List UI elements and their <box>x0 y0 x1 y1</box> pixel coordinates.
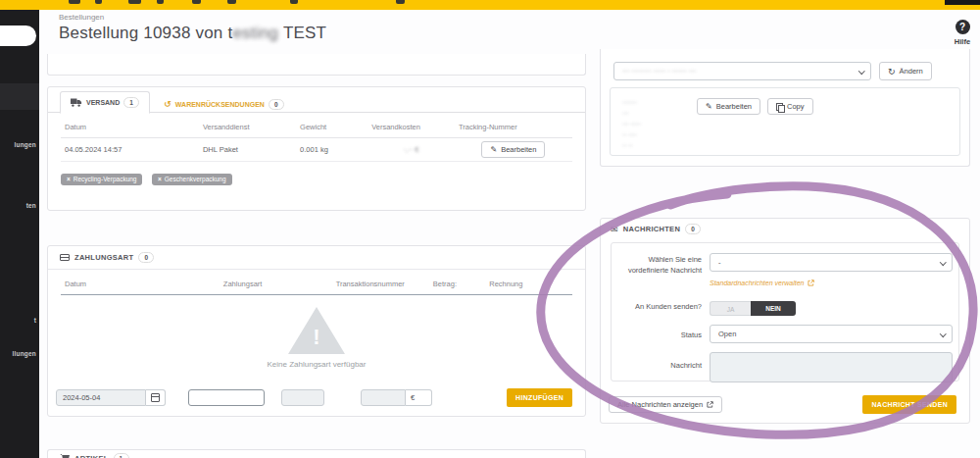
zahlungsart-col-header: Datum <box>61 274 220 295</box>
tab-versand[interactable]: VERSAND 1 <box>60 91 150 114</box>
external-link-icon <box>808 280 814 286</box>
card-above-remnant <box>47 54 586 76</box>
pencil-icon: ✎ <box>490 145 497 154</box>
zahlungsart-title: ZAHLUNGSART <box>74 253 133 262</box>
predef-message-label: Wählen Sie eine vordefinierte Nachricht <box>612 253 710 289</box>
remove-tag-icon[interactable]: × <box>158 176 162 182</box>
nachrichten-title: NACHRICHTEN <box>623 225 680 233</box>
message-label: Nachricht <box>612 352 710 382</box>
sidebar-search-input[interactable] <box>0 25 36 46</box>
tab-warenruecksendungen[interactable]: ↺ WARENRÜCKSENDUNGEN 0 <box>154 93 293 116</box>
sidebar-item-label[interactable]: llungen <box>12 350 36 357</box>
truck-icon <box>71 98 82 107</box>
order-detail-page: lungen ten t llungen Bestellungen Bestel… <box>0 0 980 458</box>
tab-versand-label: VERSAND <box>86 99 120 106</box>
address-copy-button[interactable]: Copy <box>767 98 813 115</box>
status-address-card: ··· ········ ····· · ······ ··· ↻ Ändern… <box>600 49 970 167</box>
topbar-glyph <box>192 0 201 4</box>
topbar-glyph <box>157 0 164 4</box>
page-title: Bestellung 10938 von testing TEST <box>59 24 326 43</box>
address-box: ······· ··· ··· ····· ·· ···· ·· ·· ✎Bea… <box>610 87 960 156</box>
artikel-header: ARTIKEL 1 <box>48 450 585 458</box>
topbar-glyph <box>290 0 298 4</box>
help-button[interactable]: ? Hilfe <box>949 20 976 46</box>
show-all-messages-button[interactable]: Alle Nachrichten anzeigen <box>609 396 722 413</box>
versand-col-header: Versandkosten <box>368 117 455 138</box>
currency-select[interactable]: € <box>406 389 432 406</box>
chevron-down-icon <box>940 259 946 265</box>
nachrichten-form: Wählen Sie eine vordefinierte Nachricht … <box>611 242 959 382</box>
address-bearbeiten-button[interactable]: ✎Bearbeiten <box>697 98 760 115</box>
sidebar-item-label[interactable]: ten <box>26 202 36 209</box>
chevron-down-icon <box>940 331 946 336</box>
toggle-nein-button[interactable]: NEIN <box>751 301 796 316</box>
nachrichten-count: 0 <box>685 224 701 234</box>
aendern-button[interactable]: ↻ Ändern <box>879 62 932 80</box>
sidebar-item-label[interactable]: t <box>34 317 36 324</box>
tab-versand-count: 1 <box>123 97 139 108</box>
message-status-select[interactable]: Open <box>710 325 953 343</box>
chevron-down-icon <box>858 68 864 74</box>
tag-recycling-verpackung[interactable]: ×Recycling-Verpackung <box>61 174 142 185</box>
credit-card-icon <box>60 254 70 261</box>
artikel-count: 1 <box>114 453 129 458</box>
empty-state-text: Keine Zahlungsart verfügbar <box>48 360 585 369</box>
calendar-button[interactable] <box>146 389 166 406</box>
nachricht-senden-button[interactable]: NACHRICHT SENDEN <box>862 395 956 414</box>
zahlungsart-col-header: Transaktionsnummer <box>332 274 429 295</box>
versand-row-dienst: DHL Paket <box>199 138 296 162</box>
add-payment-form: € HINZUFÜGEN <box>56 388 572 407</box>
sidebar-active-item[interactable] <box>0 83 39 110</box>
nachrichten-card: ✉ NACHRICHTEN 0 Wählen Sie eine vordefin… <box>600 218 970 424</box>
predefined-message-select[interactable]: - <box>710 253 953 272</box>
versand-table-row: 04.05.2024 14:57 DHL Paket 0.001 kg ·,··… <box>61 138 572 162</box>
send-to-customer-label: An Kunden senden? <box>612 298 710 316</box>
zahlungsart-table: Datum Zahlungsart Transaktionsnummer Bet… <box>61 274 572 295</box>
send-to-customer-toggle: JA NEIN <box>710 301 796 316</box>
undo-icon: ↺ <box>164 99 172 109</box>
zahlungsart-col-header: Zahlungsart <box>220 274 332 295</box>
hinzufuegen-button[interactable]: HINZUFÜGEN <box>507 388 572 407</box>
amount-input[interactable] <box>361 389 406 406</box>
pencil-icon: ✎ <box>706 102 712 111</box>
refresh-icon: ↻ <box>888 67 896 76</box>
manage-standard-messages-link[interactable]: Standardnachrichten verwalten <box>710 280 814 286</box>
zahlungsart-card: ZAHLUNGSART 0 Datum Zahlungsart Transakt… <box>47 245 586 417</box>
bearbeiten-button[interactable]: ✎Bearbeiten <box>481 141 545 158</box>
versand-card: VERSAND 1 ↺ WARENRÜCKSENDUNGEN 0 Datum V… <box>47 86 586 211</box>
zahlungsart-header: ZAHLUNGSART 0 <box>48 246 585 270</box>
topbar-corner-element <box>945 0 980 5</box>
order-status-select[interactable]: ··· ········ ····· · ······ ··· <box>613 62 871 80</box>
redacted-select-value: ··· ········ ····· · ······ ··· <box>622 67 696 76</box>
message-textarea[interactable] <box>710 352 953 382</box>
artikel-title: ARTIKEL <box>74 454 109 458</box>
status-label: Status <box>612 325 710 343</box>
remove-tag-icon[interactable]: × <box>67 176 71 182</box>
transaction-number-input[interactable] <box>281 389 324 406</box>
versand-row-datum: 04.05.2024 14:57 <box>61 138 199 162</box>
artikel-card-remnant: ARTIKEL 1 <box>47 449 586 458</box>
redacted-customer-name: esting <box>232 24 278 42</box>
payment-date-input[interactable] <box>56 389 146 406</box>
warning-triangle-icon: ! <box>288 307 345 354</box>
redacted-address-lines: ······· ··· ··· ····· ·· ···· ·· ·· <box>622 97 641 151</box>
versand-col-header: Datum <box>61 117 199 138</box>
copy-icon <box>776 103 783 111</box>
nachrichten-header: ✉ NACHRICHTEN 0 <box>601 219 969 239</box>
zahlungsart-col-header: Betrag: <box>429 274 485 295</box>
calendar-icon <box>151 393 160 402</box>
breadcrumb[interactable]: Bestellungen <box>59 13 104 22</box>
tag-geschenkverpackung[interactable]: ×Geschenkverpackung <box>152 174 232 185</box>
sidebar-item-label[interactable]: lungen <box>14 141 36 148</box>
payment-type-input[interactable] <box>188 389 265 406</box>
external-link-icon <box>707 401 713 408</box>
toggle-ja-button[interactable]: JA <box>710 301 751 316</box>
sidebar-nav: lungen ten t llungen <box>0 10 39 458</box>
versand-table: Datum Versanddienst Gewicht Versandkoste… <box>61 117 572 162</box>
no-payment-empty-state: ! Keine Zahlungsart verfügbar <box>48 295 585 369</box>
question-circle-icon: ? <box>956 20 970 34</box>
envelope-icon: ✉ <box>611 225 618 234</box>
topbar-glyph <box>95 0 102 4</box>
versand-row-kosten-redacted: ·,·· € <box>404 145 419 154</box>
topbar-glyph <box>69 0 80 4</box>
